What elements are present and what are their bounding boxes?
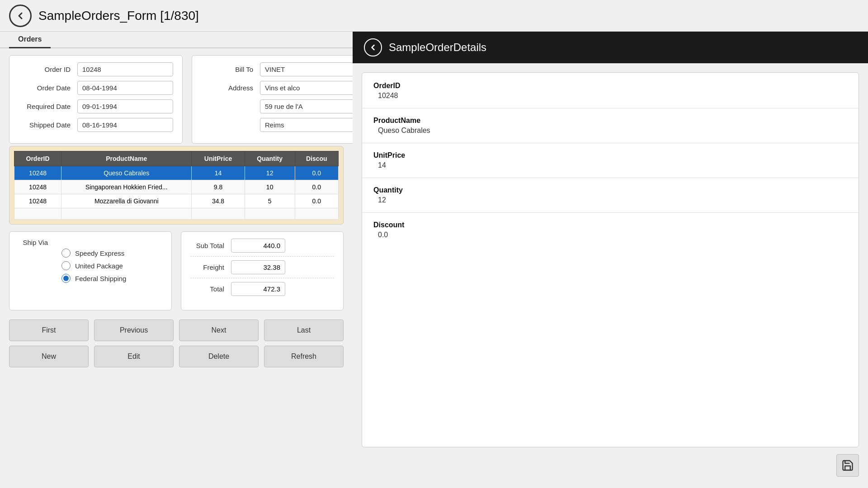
total-row: Total: [190, 282, 334, 300]
total-input[interactable]: [231, 282, 285, 296]
ship-united-label: United Package: [75, 262, 123, 270]
tab-bar: Orders: [0, 32, 353, 48]
order-details-table: OrderID ProductName UnitPrice Quantity D…: [14, 151, 339, 220]
edit-button[interactable]: Edit: [94, 346, 174, 367]
order-date-input[interactable]: [77, 81, 173, 95]
back-button[interactable]: [9, 5, 32, 27]
bill-to-section: Bill To Address: [192, 55, 353, 144]
right-panel-title: SampleOrderDetails: [389, 41, 486, 54]
sub-total-label: Sub Total: [190, 242, 231, 249]
page-title: SampleOrders_Form [1/830]: [38, 9, 199, 23]
divider-3: [362, 178, 859, 178]
address2-row: [201, 99, 353, 113]
detail-unit-price-value: 14: [373, 161, 847, 169]
table-row[interactable]: 10248Queso Cabrales14120.0: [14, 166, 339, 180]
ship-federal-option[interactable]: Federal Shipping: [61, 274, 162, 283]
col-unit-price: UnitPrice: [192, 151, 245, 166]
sub-total-input[interactable]: [231, 239, 285, 253]
col-discount: Discou: [295, 151, 338, 166]
detail-quantity-value: 12: [373, 196, 847, 204]
ship-via-label: Ship Via: [19, 239, 55, 246]
bill-to-input[interactable]: [260, 62, 353, 76]
col-quantity: Quantity: [245, 151, 295, 166]
required-date-row: Required Date: [19, 99, 173, 113]
required-date-input[interactable]: [77, 99, 173, 113]
divider-4: [362, 212, 859, 213]
detail-unit-price-field: UnitPrice 14: [373, 151, 847, 169]
tab-orders[interactable]: Orders: [9, 32, 51, 48]
nav-buttons-row2: New Edit Delete Refresh: [9, 346, 344, 367]
total-label: Total: [190, 285, 231, 293]
right-back-button[interactable]: [364, 38, 382, 56]
ship-united-radio[interactable]: [61, 261, 71, 270]
order-date-label: Order Date: [19, 84, 77, 92]
table-empty-row: [14, 208, 339, 220]
order-date-row: Order Date: [19, 81, 173, 95]
detail-quantity-field: Quantity 12: [373, 186, 847, 204]
refresh-button[interactable]: Refresh: [264, 346, 344, 367]
ship-speedy-radio[interactable]: [61, 249, 71, 258]
ship-via-section: Ship Via Speedy Express United Package F…: [9, 231, 172, 310]
detail-product-name-field: ProductName Queso Cabrales: [373, 117, 847, 135]
shipped-date-input[interactable]: [77, 118, 173, 132]
totals-section: Sub Total Freight Total: [181, 231, 344, 310]
last-button[interactable]: Last: [264, 319, 344, 341]
detail-quantity-label: Quantity: [373, 186, 847, 194]
bill-to-row: Bill To: [201, 62, 353, 76]
first-button[interactable]: First: [9, 319, 89, 341]
order-id-label: Order ID: [19, 66, 77, 73]
city-row: [201, 118, 353, 132]
main-layout: Orders Order ID Order Date Required Date: [0, 32, 868, 488]
detail-unit-price-label: UnitPrice: [373, 151, 847, 160]
divider-1: [362, 108, 859, 108]
address-label: Address: [201, 84, 260, 92]
sub-total-row: Sub Total: [190, 239, 334, 257]
shipped-date-label: Shipped Date: [19, 121, 77, 129]
ship-speedy-option[interactable]: Speedy Express: [61, 249, 162, 258]
save-icon: [841, 459, 854, 472]
table-row[interactable]: 10248Singaporean Hokkien Fried...9.8100.…: [14, 180, 339, 194]
bill-to-label: Bill To: [201, 66, 260, 73]
order-id-row: Order ID: [19, 62, 173, 76]
ship-united-option[interactable]: United Package: [61, 261, 162, 270]
order-details-table-section: OrderID ProductName UnitPrice Quantity D…: [9, 146, 344, 225]
detail-order-id-value: 10248: [373, 92, 847, 100]
order-fields-section: Order ID Order Date Required Date Shippe…: [9, 55, 183, 144]
detail-card: OrderID 10248 ProductName Queso Cabrales…: [362, 72, 859, 447]
ship-federal-label: Federal Shipping: [75, 275, 126, 282]
ship-via-row: Ship Via: [19, 239, 162, 246]
detail-product-name-label: ProductName: [373, 117, 847, 125]
ship-speedy-label: Speedy Express: [75, 249, 124, 257]
ship-federal-radio[interactable]: [61, 274, 71, 283]
nav-buttons-row1: First Previous Next Last: [9, 319, 344, 341]
detail-discount-label: Discount: [373, 221, 847, 229]
freight-label: Freight: [190, 263, 231, 271]
detail-order-id-label: OrderID: [373, 82, 847, 90]
table-row[interactable]: 10248Mozzarella di Giovanni34.850.0: [14, 194, 339, 208]
city-input[interactable]: [260, 118, 353, 132]
col-product-name: ProductName: [61, 151, 192, 166]
detail-order-id-field: OrderID 10248: [373, 82, 847, 100]
next-button[interactable]: Next: [179, 319, 259, 341]
detail-product-name-value: Queso Cabrales: [373, 127, 847, 135]
required-date-label: Required Date: [19, 103, 77, 110]
address-input[interactable]: [260, 81, 353, 95]
divider-2: [362, 143, 859, 143]
save-button[interactable]: [836, 454, 859, 477]
right-header: SampleOrderDetails: [353, 32, 868, 63]
order-id-input[interactable]: [77, 62, 173, 76]
address-row: Address: [201, 81, 353, 95]
previous-button[interactable]: Previous: [94, 319, 174, 341]
col-order-id: OrderID: [14, 151, 61, 166]
address2-input[interactable]: [260, 99, 353, 113]
detail-discount-value: 0.0: [373, 231, 847, 239]
delete-button[interactable]: Delete: [179, 346, 259, 367]
save-btn-container: [362, 447, 859, 479]
right-content: OrderID 10248 ProductName Queso Cabrales…: [353, 63, 868, 488]
new-button[interactable]: New: [9, 346, 89, 367]
right-panel: SampleOrderDetails OrderID 10248 Product…: [353, 32, 868, 488]
freight-row: Freight: [190, 260, 334, 278]
app-header: SampleOrders_Form [1/830]: [0, 0, 868, 32]
detail-discount-field: Discount 0.0: [373, 221, 847, 239]
freight-input[interactable]: [231, 260, 285, 274]
